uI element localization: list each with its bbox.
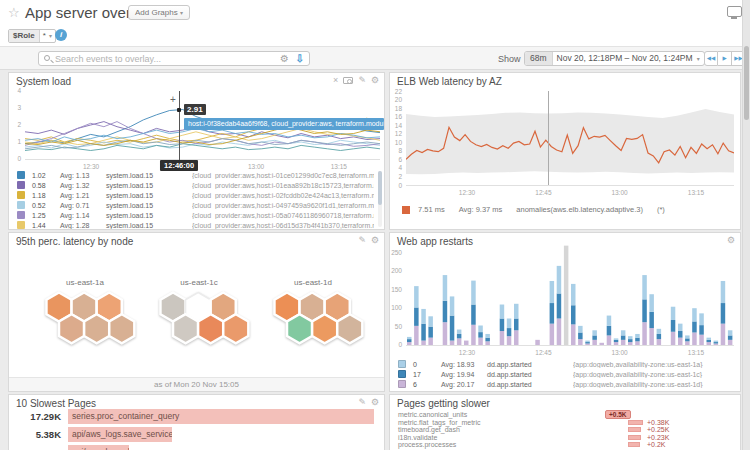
toplist-value: 17.29K [9,409,61,424]
event-toolbar: ⚙ ⇩ Show 68m Nov 20, 12:18PM – Nov 20, 1… [0,46,750,70]
legend-row[interactable]: 1.44Avg: 1.28system.load.15{cloud_provid… [17,220,374,230]
add-graphs-button[interactable]: Add Graphs ▾ [128,5,190,20]
change-bar [628,435,641,440]
caret-down-icon: ▾ [180,10,183,16]
caret-down-icon: ▾ [697,52,704,65]
template-variable-name: $Role [9,30,40,42]
legend-row[interactable]: 0Avg: 18.93dd.app.started{app:dogweb,ava… [398,359,732,369]
change-bar [628,427,641,432]
page-name: metric.canonical_units [398,411,467,418]
legend-row[interactable]: 6Avg: 20.17dd.app.started{app:dogweb,ava… [398,379,732,389]
page-name: metric.flat_tags_for_metric [398,419,480,426]
gear-icon[interactable]: ⚙ [371,75,379,85]
hex-group-label: us-east-1c [146,278,252,287]
legend-row[interactable]: 7.51 ms Avg: 9.37 ms anomalies(aws.elb.l… [402,205,679,214]
legend-row[interactable]: 1.18Avg: 1.21system.load.15{cloud_provid… [17,190,374,200]
toplist-row[interactable]: 17.29Kseries.proc_container_query [9,409,384,424]
change-bar [628,420,643,425]
pencil-icon[interactable]: ✎ [358,75,366,85]
gear-icon[interactable]: ⚙ [280,53,289,64]
widget-pages-getting-slower: Pages getting slower metric.canonical_un… [389,394,741,450]
as-of-footer: as of Mon 20 Nov 15:05 [9,377,384,391]
toplist-row[interactable]: 5.38Kapi/aws_logs.save_services [9,427,384,442]
legend-row[interactable]: 0.58Avg: 1.32system.load.15{cloud_provid… [17,180,374,190]
scrollbar-thumb[interactable] [744,46,749,120]
time-duration: 68m [525,52,553,65]
toplist-value: 5.38K [9,427,61,442]
search-input[interactable] [55,52,265,65]
change-list-row[interactable]: timeboard.get_dash+0.25K [390,426,740,433]
overlay-events-icon[interactable]: ⇩ [296,53,304,64]
widget-system-load: System load × ✎ ⚙ 01234 12:3013:0013:15 … [8,72,385,230]
pencil-icon[interactable]: ✎ [358,235,366,245]
template-variable-row: $Role * ▾ i [0,26,750,46]
dashboard-page: ☆ App server overview Add Graphs ▾ $Role… [0,0,750,450]
gear-icon[interactable]: ⚙ [371,397,379,407]
caret-down-icon: ▾ [49,30,55,42]
legend-swatch [17,171,25,179]
legend-row[interactable]: 17Avg: 19.94dd.app.started{app:dogweb,av… [398,369,732,379]
x-axis-line [406,185,734,186]
toplist-bar: api/aws_logs.check [68,445,129,450]
hex-group-label: us-east-1d [260,278,366,287]
hex-cluster[interactable] [32,291,138,349]
legend-row[interactable]: 1.25Avg: 1.14system.load.15{cloud_provid… [17,210,374,220]
page-name: process.processes [398,441,456,448]
time-range-text: Nov 20, 12:18PM – Nov 20, 1:24PM [553,52,697,65]
legend-swatch [17,211,25,219]
page-scrollbar[interactable] [742,0,750,450]
search-icon [44,55,50,61]
legend-swatch [17,191,25,199]
hex-cluster[interactable] [146,291,252,349]
page-name: i18n.validate [398,434,437,441]
legend-metric: anomalies(aws.elb.latency.adaptive.3) [516,205,643,214]
template-variable-role[interactable]: $Role * ▾ [8,29,56,43]
play-button[interactable]: ▶ [718,51,732,66]
camera-snapshot-icon[interactable] [343,77,353,84]
legend-value: 7.51 ms [418,205,445,214]
hex-cluster[interactable] [260,291,366,349]
change-value: +0.23K [647,434,669,441]
tv-mode-icon[interactable] [727,6,742,17]
widget-title: 95th perc. latency by node [16,236,133,247]
event-search-box[interactable]: ⚙ ⇩ [38,51,310,66]
legend-row[interactable]: 1.02Avg: 1.13system.load.15{cloud_provid… [17,170,374,180]
change-list-row[interactable]: i18n.validate+0.23K [390,434,740,441]
legend-swatch [398,370,406,378]
widget-slowest-pages: 10 Slowest Pages ✎ ⚙ 17.29Kseries.proc_c… [8,394,385,450]
gear-icon[interactable]: ⚙ [371,235,379,245]
page-name: timeboard.get_dash [398,426,460,433]
legend-scrollbar[interactable] [378,171,382,227]
legend-swatch [398,380,406,388]
legend-avg: Avg: 9.37 ms [459,205,503,214]
legend-row[interactable]: 0.52Avg: 0.71system.load.15{cloud_provid… [17,200,374,210]
legend-swatch [398,360,406,368]
widget-latency-by-node: 95th perc. latency by node ✎ ⚙ us-east-1… [8,232,385,392]
change-list-row[interactable]: metric.canonical_units+0.5K [390,411,740,418]
hex-group-label: us-east-1a [32,278,138,287]
toplist-value: 3.26K [9,445,61,450]
change-value: +0.2K [647,441,666,448]
legend-swatch [402,206,410,214]
legend-swatch [17,201,25,209]
restarts-bar-chart[interactable] [406,241,734,347]
crosshair-line [548,91,549,185]
system-load-chart[interactable] [25,91,380,159]
widget-web-app-restarts: Web app restarts ⚙ 050100150200250 12:30… [389,232,741,392]
change-bar [628,442,640,447]
elb-latency-chart[interactable] [406,91,734,185]
close-icon[interactable]: × [333,75,338,85]
favorite-star-icon[interactable]: ☆ [8,5,20,20]
toplist-row[interactable]: 3.26Kapi/aws_logs.check [9,445,384,450]
widget-title: Pages getting slower [397,398,490,409]
change-list-row[interactable]: metric.flat_tags_for_metric+0.38K [390,419,740,426]
widget-title: System load [16,76,71,87]
x-axis-line [406,345,734,346]
x-axis-line [25,159,380,160]
change-list-row[interactable]: process.processes+0.2K [390,441,740,448]
toplist-bar: api/aws_logs.save_services [68,427,172,442]
time-range-selector[interactable]: 68m Nov 20, 12:18PM – Nov 20, 1:24PM ▾ [524,51,705,66]
info-icon[interactable]: i [55,29,67,41]
rewind-button[interactable]: ◀◀ [704,51,718,66]
pencil-icon[interactable]: ✎ [358,397,366,407]
